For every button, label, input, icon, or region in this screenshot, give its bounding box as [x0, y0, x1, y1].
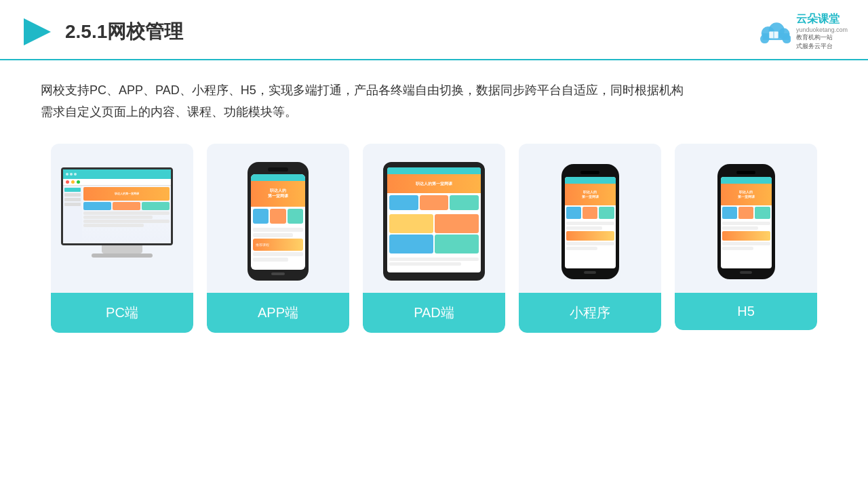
mini-phone-home-2: [740, 271, 752, 274]
card-miniapp: 职达人的第一堂网课: [519, 144, 661, 333]
main-content: 网校支持PC、APP、PAD、小程序、H5，实现多端打通，产品各终端自由切换，数…: [0, 60, 868, 346]
card-pc-label: PC端: [51, 293, 193, 333]
play-icon: [20, 15, 54, 49]
card-h5: 职达人的第一堂网课: [675, 144, 817, 330]
card-pc-image: 职达人的第一堂网课: [51, 144, 193, 293]
phone-mockup-app: 职达人的第一堂网课 推荐课程: [248, 162, 309, 281]
desktop-base: [92, 253, 153, 258]
logo-name: 云朵课堂: [796, 12, 848, 26]
logo-sub: yunduoketang.com: [796, 26, 848, 33]
phone-notch: [268, 167, 288, 171]
card-app-image: 职达人的第一堂网课 推荐课程: [207, 144, 349, 293]
mini-phone-screen-2: 职达人的第一堂网课: [721, 177, 772, 268]
mini-phone-home-1: [584, 271, 596, 274]
desktop-mockup: 职达人的第一堂网课: [61, 167, 183, 276]
card-pad: 职达人的第一堂网课: [363, 144, 505, 333]
desktop-stand: [102, 245, 142, 253]
logo-text-block: 云朵课堂 yunduoketang.com 教育机构一站 式服务云平台: [796, 12, 848, 51]
svg-marker-0: [24, 18, 51, 45]
mini-phone-mockup-h5: 职达人的第一堂网课: [717, 164, 775, 279]
card-pad-label: PAD端: [363, 293, 505, 333]
tablet-screen: 职达人的第一堂网课: [387, 167, 481, 272]
header: 2.5.1网校管理 云朵课堂 yunduoketang.com 教育机构一站 式…: [0, 0, 868, 60]
card-miniapp-label: 小程序: [519, 293, 661, 333]
page-title: 2.5.1网校管理: [65, 19, 183, 45]
svg-point-5: [760, 34, 769, 43]
mini-phone-notch-1: [580, 171, 599, 174]
description-text: 网校支持PC、APP、PAD、小程序、H5，实现多端打通，产品各终端自由切换，数…: [41, 79, 827, 123]
phone-screen: 职达人的第一堂网课 推荐课程: [251, 174, 305, 270]
cloud-logo-icon: [757, 18, 791, 45]
mini-phone-screen-1: 职达人的第一堂网课: [565, 177, 616, 268]
card-app-label: APP端: [207, 293, 349, 333]
mini-phone-notch-2: [736, 171, 755, 174]
card-h5-image: 职达人的第一堂网课: [675, 144, 817, 293]
logo-area: 云朵课堂 yunduoketang.com 教育机构一站 式服务云平台: [757, 12, 848, 51]
cards-container: 职达人的第一堂网课: [41, 144, 827, 333]
card-app: 职达人的第一堂网课 推荐课程: [207, 144, 349, 333]
card-miniapp-image: 职达人的第一堂网课: [519, 144, 661, 293]
logo-tagline: 教育机构一站 式服务云平台: [796, 33, 848, 51]
phone-home-button: [271, 272, 285, 275]
desktop-screen: 职达人的第一堂网课: [61, 167, 173, 245]
tablet-mockup: 职达人的第一堂网课: [383, 162, 485, 281]
card-pad-image: 职达人的第一堂网课: [363, 144, 505, 293]
header-left: 2.5.1网校管理: [20, 15, 183, 49]
mini-phone-mockup-miniapp: 职达人的第一堂网课: [561, 164, 619, 279]
card-pc: 职达人的第一堂网课: [51, 144, 193, 333]
card-h5-label: H5: [675, 293, 817, 330]
